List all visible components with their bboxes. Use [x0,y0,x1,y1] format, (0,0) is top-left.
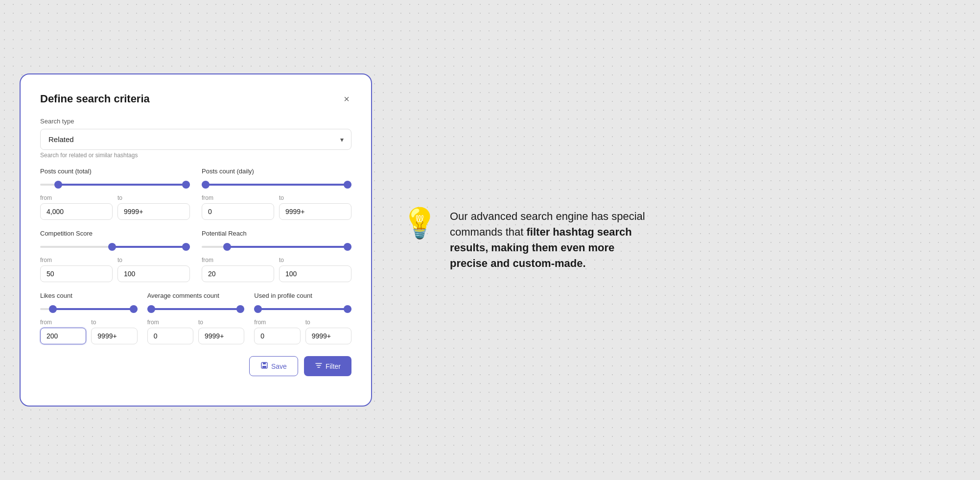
posts-total-to-label: to [117,194,190,201]
likes-to-input[interactable] [91,328,137,344]
posts-count-total-slider [40,180,190,190]
modal-header: Define search criteria × [40,92,351,106]
posts-daily-from-to: from to [202,194,351,220]
filter-icon [315,361,323,371]
posts-daily-to-group: to [279,194,351,220]
competition-from-label: from [40,257,113,264]
search-type-select[interactable]: Related Top Recent Popular [40,129,351,150]
search-type-hint: Search for related or similar hashtags [40,152,351,159]
competition-to-label: to [117,257,190,264]
reach-from-group: from [202,257,274,282]
comments-from-group: from [147,319,193,344]
svg-rect-1 [263,362,266,364]
search-type-section: Search type Related Top Recent Popular ▾… [40,118,351,159]
reach-to-label: to [279,257,351,264]
posts-count-row: Posts count (total) from to Posts co [40,168,351,220]
comments-to-group: to [198,319,244,344]
competition-from-to: from to [40,257,190,282]
search-type-label: Search type [40,118,351,125]
posts-total-from-input[interactable] [40,203,113,220]
competition-score-label: Competition Score [40,230,190,237]
tip-text: Our advanced search engine has special c… [450,209,646,271]
reach-from-input[interactable] [202,265,274,282]
used-in-profile-slider [254,304,351,314]
likes-to-label: to [91,319,137,326]
likes-from-group: from [40,319,86,344]
used-in-profile-label: Used in profile count [254,292,351,299]
track-fill [224,246,351,248]
comments-from-input[interactable] [147,328,193,344]
track-fill [55,184,190,186]
used-in-profile-group: Used in profile count from to [254,292,351,344]
track-fill [147,308,245,310]
likes-to-group: to [91,319,137,344]
search-type-select-wrapper: Related Top Recent Popular ▾ [40,129,351,150]
avg-comments-label: Average comments count [147,292,245,299]
reach-from-label: from [202,257,274,264]
posts-daily-from-input[interactable] [202,203,274,220]
avg-comments-slider [147,304,245,314]
tip-bold-text: filter hashtag search results, making th… [450,226,632,269]
likes-from-input[interactable] [40,328,86,344]
comments-to-input[interactable] [198,328,244,344]
profile-from-input[interactable] [254,328,300,344]
comments-from-to: from to [147,319,245,344]
posts-total-from-label: from [40,194,113,201]
tip-panel: 💡 Our advanced search engine has special… [401,209,646,271]
posts-total-to-input[interactable] [117,203,190,220]
posts-count-total-group: Posts count (total) from to [40,168,190,220]
posts-count-total-label: Posts count (total) [40,168,190,175]
likes-count-group: Likes count from to [40,292,138,344]
potential-reach-group: Potential Reach from to [202,230,351,282]
potential-reach-label: Potential Reach [202,230,351,237]
posts-count-daily-group: Posts count (daily) from to [202,168,351,220]
posts-total-from-group: from [40,194,113,220]
posts-daily-from-group: from [202,194,274,220]
competition-score-group: Competition Score from to [40,230,190,282]
define-search-criteria-modal: Define search criteria × Search type Rel… [20,73,372,407]
filter-button[interactable]: Filter [304,356,351,376]
profile-to-label: to [305,319,351,326]
profile-from-label: from [254,319,300,326]
bulb-icon: 💡 [401,209,438,238]
competition-score-slider [40,242,190,252]
modal-footer: Save Filter [40,356,351,376]
bottom-filters-row: Likes count from to Average comments [40,292,351,344]
posts-daily-from-label: from [202,194,274,201]
track-fill [202,184,351,186]
modal-title: Define search criteria [40,93,150,105]
likes-from-to: from to [40,319,138,344]
potential-reach-slider [202,242,351,252]
likes-count-label: Likes count [40,292,138,299]
track-fill [254,308,351,310]
reach-to-group: to [279,257,351,282]
save-button-label: Save [271,362,287,370]
close-button[interactable]: × [342,92,351,106]
comments-from-label: from [147,319,193,326]
filter-button-label: Filter [326,362,341,370]
likes-count-slider [40,304,138,314]
comments-to-label: to [198,319,244,326]
save-icon [260,361,268,371]
track-fill [112,246,190,248]
profile-to-input[interactable] [305,328,351,344]
competition-to-group: to [117,257,190,282]
posts-count-daily-label: Posts count (daily) [202,168,351,175]
posts-total-from-to: from to [40,194,190,220]
competition-from-input[interactable] [40,265,113,282]
profile-from-to: from to [254,319,351,344]
svg-rect-2 [262,366,266,368]
competition-from-group: from [40,257,113,282]
avg-comments-group: Average comments count from to [147,292,245,344]
posts-total-to-group: to [117,194,190,220]
track-fill [50,308,138,310]
likes-from-label: from [40,319,86,326]
profile-to-group: to [305,319,351,344]
posts-daily-to-label: to [279,194,351,201]
competition-to-input[interactable] [117,265,190,282]
reach-to-input[interactable] [279,265,351,282]
posts-count-daily-slider [202,180,351,190]
save-button[interactable]: Save [249,356,298,376]
competition-reach-row: Competition Score from to Potential [40,230,351,282]
posts-daily-to-input[interactable] [279,203,351,220]
